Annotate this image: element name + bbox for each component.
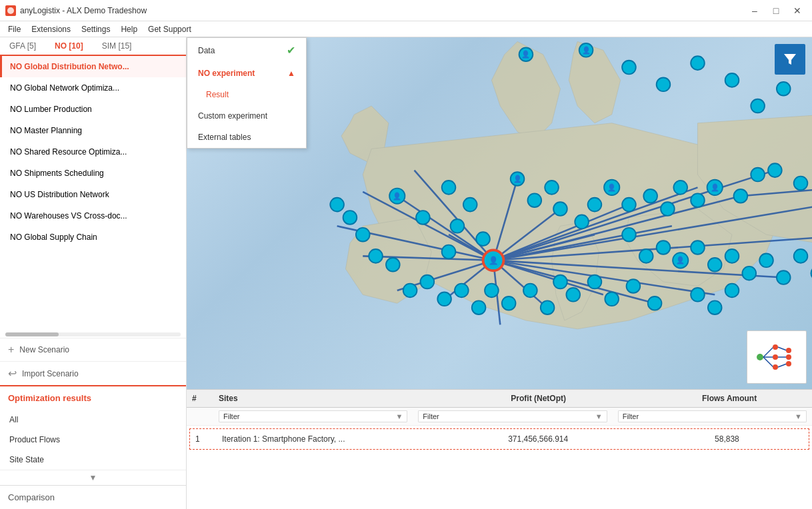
filter-flows-icon: ▼ — [795, 412, 802, 420]
filter-profit-cell[interactable]: Filter ▼ — [413, 408, 612, 425]
filter-sites-placeholder: Filter — [223, 412, 239, 420]
svg-point-119 — [786, 361, 791, 366]
app-title: anyLogistix - ALX Demo Tradeshow — [20, 6, 147, 15]
svg-point-117 — [786, 348, 791, 353]
svg-point-118 — [786, 354, 791, 360]
import-icon: ↩ — [8, 367, 17, 380]
main-layout: GFA [5] NO [10] SIM [15] NO Global Distr… — [0, 37, 812, 509]
svg-point-0 — [7, 7, 14, 14]
close-button[interactable]: ✕ — [788, 4, 807, 17]
dropdown-external-tables-label: External tables — [198, 133, 251, 142]
filter-num-cell — [187, 408, 213, 425]
dropdown-data[interactable]: Data ✔ — [187, 38, 306, 63]
expand-chevron-row[interactable]: ▼ — [0, 470, 186, 485]
cell-row1-num: 1 — [190, 429, 217, 449]
col-header-num: # — [187, 394, 213, 403]
scenario-item-warehouses[interactable]: NO Warehouses VS Cross-doc... — [0, 205, 186, 227]
svg-line-114 — [778, 347, 787, 350]
svg-line-110 — [763, 357, 773, 367]
filter-profit-placeholder: Filter — [423, 412, 439, 420]
dropdown-custom-exp-label: Custom experiment — [198, 111, 267, 121]
import-scenario-label: Import Scenario — [22, 369, 79, 378]
scenario-item-master[interactable]: NO Master Planning — [0, 120, 186, 141]
menu-help[interactable]: Help — [115, 23, 143, 35]
scenario-list: NO Global Distribution Netwo... NO Globa… — [0, 56, 186, 331]
tab-gfa[interactable]: GFA [5] — [0, 37, 45, 55]
dropdown-no-experiment[interactable]: NO experiment ▲ — [187, 63, 306, 84]
filter-sites-cell[interactable]: Filter ▼ — [213, 408, 413, 425]
scenario-item-global-supply[interactable]: NO Global Supply Chain — [0, 227, 186, 248]
mini-chart — [747, 330, 807, 384]
svg-line-116 — [778, 364, 787, 367]
scenario-tabs: GFA [5] NO [10] SIM [15] — [0, 37, 186, 56]
title-bar: anyLogistix - ALX Demo Tradeshow – □ ✕ — [0, 0, 812, 21]
dropdown-result[interactable]: Result — [187, 84, 306, 105]
dropdown-custom-exp[interactable]: Custom experiment — [187, 105, 306, 127]
optimization-results-title: Optimization results — [0, 386, 186, 410]
tab-sim[interactable]: SIM [15] — [93, 37, 141, 55]
menu-get-support[interactable]: Get Support — [143, 23, 197, 35]
bottom-left-section: Optimization results All Product Flows S… — [0, 385, 186, 485]
chevron-down-icon: ▼ — [89, 473, 97, 482]
cell-row1-profit: 371,456,566.914 — [431, 429, 645, 449]
scenario-item-shared[interactable]: NO Shared Resource Optimiza... — [0, 141, 186, 163]
maximize-button[interactable]: □ — [767, 4, 785, 17]
scenario-item-global-net[interactable]: NO Global Network Optimiza... — [0, 77, 186, 99]
table-header: # Sites Profit (NetOpt) Flows Amount — [187, 390, 812, 408]
import-scenario-row[interactable]: ↩ Import Scenario — [0, 361, 186, 385]
scenario-item-global-dist[interactable]: NO Global Distribution Netwo... — [0, 56, 186, 77]
dropdown-result-label: Result — [206, 90, 229, 99]
scenario-item-shipments[interactable]: NO Shipments Scheduling — [0, 163, 186, 184]
app-icon — [5, 5, 16, 16]
results-table: # Sites Profit (NetOpt) Flows Amount Fil… — [187, 389, 812, 509]
scenario-item-lumber[interactable]: NO Lumber Production — [0, 99, 186, 120]
filter-profit-icon: ▼ — [595, 412, 603, 420]
svg-point-112 — [773, 354, 778, 360]
check-icon: ✔ — [287, 44, 295, 57]
menu-settings[interactable]: Settings — [76, 23, 115, 35]
filter-sites-icon: ▼ — [395, 412, 403, 420]
dropdown-external-tables[interactable]: External tables — [187, 127, 306, 148]
svg-point-113 — [773, 364, 778, 370]
map-filter-button[interactable] — [775, 44, 805, 75]
svg-line-108 — [763, 347, 773, 357]
svg-point-111 — [773, 344, 778, 350]
filter-row: Filter ▼ Filter ▼ Filter ▼ — [187, 408, 812, 426]
nav-all[interactable]: All — [0, 410, 186, 430]
experiment-dropdown: Data ✔ NO experiment ▲ Result Custom exp… — [187, 37, 307, 149]
nav-product-flows[interactable]: Product Flows — [0, 430, 186, 450]
add-icon: + — [8, 344, 14, 356]
tab-no[interactable]: NO [10] — [45, 37, 93, 56]
col-header-profit: Profit (NetOpt) — [430, 394, 647, 403]
new-scenario-row[interactable]: + New Scenario — [0, 338, 186, 361]
scenario-scrollbar[interactable] — [5, 332, 181, 336]
comparison-section[interactable]: Comparison — [0, 485, 186, 509]
scenario-item-us-dist[interactable]: NO US Distribution Network — [0, 184, 186, 205]
svg-point-107 — [757, 354, 763, 360]
left-panel: GFA [5] NO [10] SIM [15] NO Global Distr… — [0, 37, 187, 509]
filter-flows-placeholder: Filter — [623, 412, 639, 420]
col-header-flows: Flows Amount — [647, 394, 812, 403]
cell-row1-sites: Iteration 1: Smartphone Factory, ... — [217, 429, 431, 449]
mini-chart-svg — [750, 334, 803, 380]
menu-extensions[interactable]: Extensions — [26, 23, 76, 35]
comparison-label: Comparison — [8, 492, 55, 502]
filter-flows-cell[interactable]: Filter ▼ — [613, 408, 812, 425]
new-scenario-label: New Scenario — [19, 345, 69, 354]
col-header-sites: Sites — [213, 394, 430, 403]
funnel-icon — [782, 51, 798, 67]
window-controls: – □ ✕ — [745, 4, 807, 17]
nav-site-state[interactable]: Site State — [0, 450, 186, 470]
dropdown-no-exp-label: NO experiment — [198, 69, 255, 78]
menu-file[interactable]: File — [3, 23, 26, 35]
menu-bar: File Extensions Settings Help Get Suppor… — [0, 21, 812, 37]
cell-row1-flows: 58,838 — [645, 429, 809, 449]
scrollbar-thumb — [5, 332, 59, 336]
chevron-up-icon: ▲ — [287, 69, 295, 78]
table-row[interactable]: 1 Iteration 1: Smartphone Factory, ... 3… — [189, 428, 809, 450]
minimize-button[interactable]: – — [745, 4, 764, 17]
dropdown-data-label: Data — [198, 46, 215, 55]
